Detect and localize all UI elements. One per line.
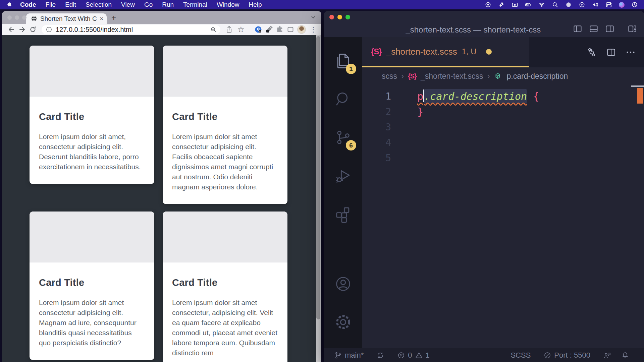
language-mode: SCSS: [511, 351, 531, 360]
volume-icon[interactable]: [592, 1, 599, 8]
chrome-traffic-lights[interactable]: [7, 15, 26, 20]
menu-terminal[interactable]: Terminal: [183, 1, 207, 8]
card: Card Title Lorem ipsum dolor sit amet, c…: [30, 46, 154, 184]
site-info-icon[interactable]: [46, 26, 52, 33]
close-window-button[interactable]: [329, 15, 334, 19]
editor-group: {S} _shorten-text.scss 1, U scss › {S} _…: [362, 37, 644, 348]
open-changes-icon[interactable]: [586, 47, 597, 58]
breadcrumb-folder[interactable]: scss: [382, 72, 397, 81]
tab-search-chevron-icon[interactable]: [311, 14, 316, 20]
breadcrumb-file[interactable]: _shorten-text.scss: [421, 72, 483, 81]
search-icon[interactable]: [552, 1, 558, 8]
apple-menu[interactable]: [6, 1, 13, 8]
code-content[interactable]: p.card-description { }: [402, 85, 644, 348]
bookmark-star-icon[interactable]: ☆: [236, 25, 246, 34]
eyedropper-extension-icon[interactable]: [265, 25, 273, 34]
browser-tab[interactable]: Shorten Text With CSS ×: [26, 13, 107, 24]
scrollbar-thumb[interactable]: [316, 36, 320, 319]
tab-shorten-text-scss[interactable]: {S} _shorten-text.scss 1, U: [362, 37, 529, 67]
menu-view[interactable]: View: [121, 1, 135, 8]
tab-close-icon[interactable]: ×: [100, 16, 103, 22]
code-token-open-brace: {: [527, 90, 539, 102]
rocket-icon[interactable]: [498, 1, 505, 8]
url-text[interactable]: 127.0.0.1:5500/index.html: [56, 26, 207, 34]
dnd-icon[interactable]: [565, 1, 572, 8]
profile-avatar[interactable]: [297, 25, 306, 34]
git-branch-status[interactable]: main*: [334, 351, 364, 360]
notifications-status[interactable]: [621, 351, 629, 359]
close-window-button[interactable]: [7, 15, 12, 20]
customize-layout-icon[interactable]: [627, 24, 637, 34]
menu-window[interactable]: Window: [217, 1, 239, 8]
card-image-placeholder: [30, 212, 154, 262]
back-button[interactable]: [7, 25, 15, 34]
language-mode-status[interactable]: SCSS: [511, 351, 531, 360]
clock-icon[interactable]: [631, 1, 638, 8]
overview-ruler-warning-marker: [637, 88, 643, 104]
forward-button[interactable]: [18, 25, 26, 34]
wifi-icon[interactable]: [538, 1, 545, 8]
url-bar[interactable]: 127.0.0.1:5500/index.html: [42, 25, 220, 34]
share-icon[interactable]: [225, 25, 233, 34]
battery-icon[interactable]: [525, 1, 532, 8]
branch-name: main*: [345, 351, 364, 360]
settings-button[interactable]: [324, 303, 362, 341]
password-manager-extension-icon[interactable]: [254, 25, 262, 34]
problems-status[interactable]: 0 1: [397, 351, 430, 360]
reload-button[interactable]: [29, 25, 37, 34]
vscode-traffic-lights[interactable]: [329, 15, 350, 19]
control-center-icon[interactable]: [605, 1, 612, 8]
side-panel-icon[interactable]: [286, 25, 294, 34]
code-token-tag: p: [417, 90, 423, 102]
feedback-icon: [603, 351, 611, 359]
accounts-button[interactable]: [324, 265, 362, 303]
run-debug-view-button[interactable]: [324, 157, 362, 195]
feedback-status[interactable]: [603, 351, 611, 359]
chrome-tabstrip: Shorten Text With CSS × +: [2, 11, 321, 24]
search-view-button[interactable]: [324, 80, 362, 118]
play-circle-icon[interactable]: [579, 1, 585, 8]
record-target-icon[interactable]: [485, 1, 491, 8]
split-editor-icon[interactable]: [606, 47, 616, 58]
menu-selection[interactable]: Selection: [86, 1, 112, 8]
new-tab-button[interactable]: +: [111, 14, 116, 22]
code-line-1[interactable]: p.card-description {: [417, 89, 644, 104]
zoom-window-button[interactable]: [345, 15, 350, 19]
sync-status[interactable]: [376, 351, 384, 359]
screen-record-icon[interactable]: [512, 1, 518, 8]
breadcrumb-separator: ›: [487, 71, 490, 81]
toggle-secondary-sidebar-icon[interactable]: [605, 24, 615, 34]
card-image-placeholder: [163, 46, 287, 97]
toggle-panel-icon[interactable]: [589, 24, 599, 34]
chrome-menu-kebab-icon[interactable]: ⋮: [309, 25, 318, 34]
line-number: 2: [362, 104, 391, 120]
live-server-port-status[interactable]: Port : 5500: [543, 351, 590, 360]
explorer-view-button[interactable]: 1: [324, 42, 362, 80]
extensions-puzzle-icon[interactable]: [276, 25, 284, 34]
zoom-icon[interactable]: [210, 26, 217, 33]
menu-file[interactable]: File: [46, 1, 56, 8]
breadcrumb-symbol[interactable]: p.card-description: [507, 72, 568, 81]
page-scrollbar[interactable]: [316, 35, 321, 362]
menubar-app-name[interactable]: Code: [20, 1, 36, 8]
extensions-view-button[interactable]: [324, 195, 362, 233]
editor-tab-bar: {S} _shorten-text.scss 1, U: [362, 37, 644, 67]
code-editor[interactable]: 1 2 3 4 5 p.card-description { }: [362, 85, 644, 348]
toggle-primary-sidebar-icon[interactable]: [573, 24, 583, 34]
scrollbar-slider[interactable]: [631, 85, 644, 87]
vscode-window: _shorten-text.scss — shorten-text-css 1 …: [324, 11, 644, 362]
zoom-window-button[interactable]: [22, 15, 26, 20]
source-control-view-button[interactable]: 6: [324, 118, 362, 157]
menu-edit[interactable]: Edit: [65, 1, 76, 8]
more-actions-icon[interactable]: [625, 47, 636, 58]
minimize-window-button[interactable]: [15, 15, 19, 20]
unsaved-changes-dot-icon[interactable]: [486, 49, 492, 55]
minimize-window-button[interactable]: [337, 15, 342, 19]
menu-run[interactable]: Run: [162, 1, 174, 8]
code-line-2[interactable]: }: [417, 104, 644, 120]
siri-icon[interactable]: [619, 2, 625, 8]
menu-go[interactable]: Go: [144, 1, 153, 8]
macos-menubar: Code File Edit Selection View Go Run Ter…: [0, 0, 644, 9]
menu-help[interactable]: Help: [249, 1, 262, 8]
vscode-titlebar: _shorten-text.scss — shorten-text-css: [324, 11, 644, 37]
